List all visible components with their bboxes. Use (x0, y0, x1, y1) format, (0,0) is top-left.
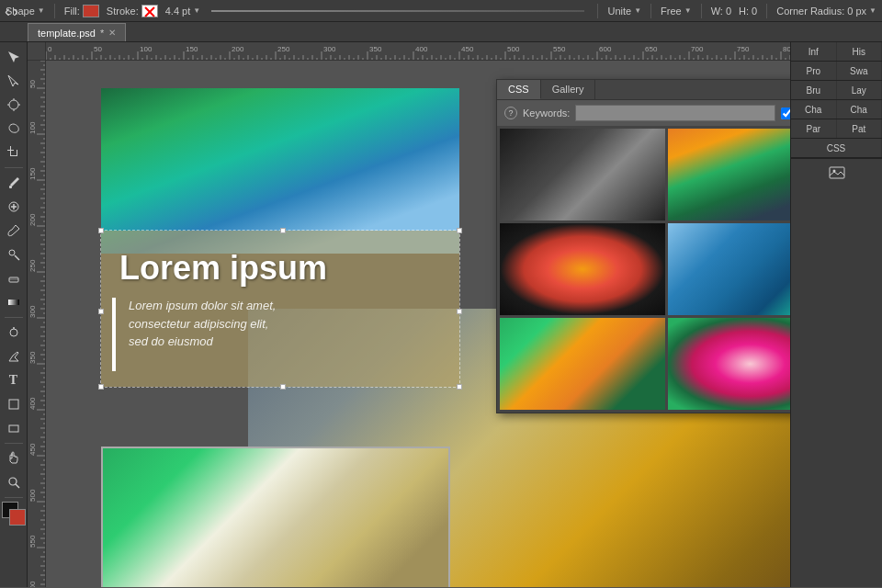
lorem-text-area[interactable]: Lorem ipsum Lorem ipsum dolor sit amet,c… (101, 231, 459, 387)
right-tab-swa[interactable]: Swa (837, 62, 883, 80)
svg-rect-18 (9, 425, 18, 432)
right-tab-bru[interactable]: Bru (791, 81, 837, 99)
clone-btn[interactable] (3, 243, 25, 266)
svg-point-0 (9, 100, 18, 109)
align-dropdown[interactable]: Free ▼ (661, 6, 692, 17)
corner-radius-control[interactable]: Corner Radius: 0 px ▼ (776, 6, 876, 17)
magic-wand-btn[interactable] (3, 94, 25, 116)
stroke-x-icon (143, 6, 156, 16)
right-tab-par[interactable]: Par (791, 119, 837, 138)
right-panel-tabs-cha1-cha2: Cha Cha (791, 100, 882, 119)
ruler-canvas-horizontal (46, 42, 790, 61)
canvas-content: Lorem ipsum Lorem ipsum dolor sit amet,c… (46, 61, 790, 587)
eyedropper-btn[interactable] (3, 172, 25, 194)
toolbar-separator-3 (650, 4, 651, 18)
align-label: Free (661, 6, 682, 17)
gallery-image-6[interactable] (668, 318, 791, 410)
toolbar-separator-2 (597, 4, 598, 18)
search-label: Keywords: (523, 107, 570, 119)
handle-bl[interactable] (98, 384, 104, 390)
main-area: T (0, 42, 882, 587)
tab-template-psd[interactable]: template.psd * ✕ (28, 23, 126, 41)
zoom-btn[interactable] (3, 471, 25, 493)
gallery-tab-btn[interactable]: Gallery (541, 80, 596, 99)
pen-btn[interactable] (3, 345, 25, 368)
tab-label: template.psd (38, 28, 96, 39)
dodge-btn[interactable] (3, 322, 25, 344)
isolated-checkbox[interactable] (781, 107, 790, 119)
color-boxes[interactable] (2, 502, 26, 526)
handle-ml[interactable] (98, 309, 104, 314)
right-tab-css-label: CSS (827, 143, 846, 153)
gallery-image-3[interactable] (500, 223, 665, 315)
stroke-size-arrow: ▼ (193, 6, 200, 15)
eraser-btn[interactable] (3, 267, 25, 289)
right-tab-his-label: His (853, 47, 865, 57)
tab-close-icon[interactable]: ✕ (108, 28, 116, 38)
stroke-size-value: 4.4 pt (165, 6, 191, 17)
text-btn[interactable]: T (3, 369, 25, 391)
right-tab-pat[interactable]: Pat (837, 119, 883, 138)
right-panel-tabs-bru-lay: Bru Lay (791, 81, 882, 100)
tool-separator-4 (5, 497, 23, 498)
tab-arrow-left[interactable]: ‹ (5, 3, 10, 19)
svg-point-16 (10, 329, 17, 336)
tool-separator-1 (5, 167, 23, 168)
handle-tr[interactable] (457, 228, 462, 233)
stroke-control[interactable]: Stroke: (107, 5, 158, 17)
lasso-btn[interactable] (3, 118, 25, 140)
unite-button[interactable]: Unite ▼ (607, 6, 641, 17)
right-tab-css[interactable]: CSS (791, 139, 882, 157)
gallery-image-2[interactable] (668, 129, 791, 220)
right-tab-inf[interactable]: Inf (791, 42, 837, 61)
svg-point-19 (9, 478, 17, 485)
crop-btn[interactable] (3, 141, 25, 164)
direct-select-btn[interactable] (3, 70, 25, 92)
brush-btn[interactable] (3, 220, 25, 242)
right-tab-his[interactable]: His (837, 42, 883, 61)
isolated-checkbox-group[interactable]: Isolated (781, 107, 790, 119)
handle-tl[interactable] (98, 228, 104, 233)
gallery-image-1[interactable] (500, 129, 665, 220)
shape-arrow-icon: ▼ (38, 6, 45, 15)
fill-label: Fill: (64, 6, 80, 17)
tab-arrow-right[interactable]: › (13, 3, 18, 19)
right-tab-lay[interactable]: Lay (837, 81, 883, 99)
background-color[interactable] (9, 509, 26, 526)
right-tab-bru-label: Bru (806, 85, 820, 96)
right-tab-cha1-label: Cha (805, 105, 821, 115)
gallery-image-5[interactable] (500, 318, 665, 410)
lorem-vertical-bar (112, 298, 116, 371)
right-tab-lay-label: Lay (852, 85, 866, 96)
right-tab-cha2[interactable]: Cha (837, 100, 883, 119)
gallery-image-4[interactable] (668, 223, 791, 315)
fill-control[interactable]: Fill: (64, 5, 99, 17)
selection-tool-btn[interactable] (3, 46, 25, 68)
shape-btn[interactable] (3, 417, 25, 439)
handle-bm[interactable] (280, 384, 286, 390)
tab-modified-dot: * (100, 28, 104, 39)
path-select-btn[interactable] (3, 393, 25, 415)
fill-color-box[interactable] (83, 5, 99, 17)
right-tab-cha1[interactable]: Cha (791, 100, 837, 119)
search-input[interactable] (575, 105, 775, 121)
height-control: H: 0 (739, 6, 757, 17)
right-tab-inf-label: Inf (808, 47, 819, 57)
handle-mr[interactable] (457, 309, 462, 314)
handle-tm[interactable] (280, 228, 286, 233)
healing-btn[interactable] (3, 196, 25, 218)
right-panel-image-icon[interactable] (791, 158, 882, 186)
stroke-size[interactable]: 4.4 pt ▼ (165, 6, 200, 17)
right-tab-pro[interactable]: Pro (791, 62, 837, 80)
hand-btn[interactable] (3, 447, 25, 469)
handle-br[interactable] (457, 384, 462, 390)
tool-separator-2 (5, 317, 23, 318)
svg-rect-9 (9, 186, 12, 188)
right-panel-tabs-inf-his: Inf His (791, 42, 882, 62)
stroke-label: Stroke: (107, 6, 139, 17)
search-help-icon[interactable]: ? (504, 107, 517, 119)
gradient-btn[interactable] (3, 291, 25, 313)
right-panel-tabs-par-pat: Par Pat (791, 119, 882, 139)
stroke-color-box[interactable] (141, 5, 158, 17)
css-tab[interactable]: CSS (497, 80, 541, 99)
